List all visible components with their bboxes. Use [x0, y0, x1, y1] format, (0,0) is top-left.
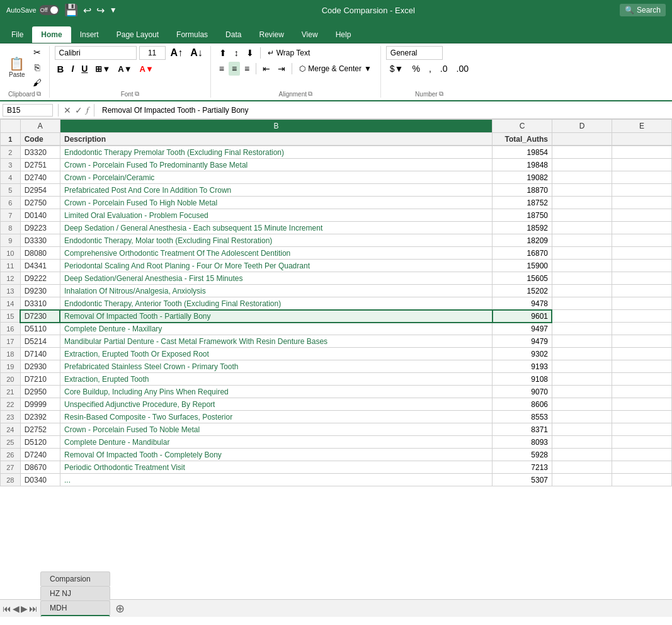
sheet-tab-comparsion[interactable]: Comparsion — [40, 571, 110, 586]
confirm-formula-icon[interactable]: ✓ — [75, 105, 83, 115]
cell-e-4[interactable] — [612, 171, 671, 184]
cell-a-13[interactable]: D9230 — [20, 285, 60, 297]
comma-button[interactable]: , — [425, 62, 435, 76]
dollar-button[interactable]: $▼ — [386, 62, 407, 76]
sheet-tab-mdh[interactable]: MDH — [40, 600, 110, 615]
clipboard-expand-icon[interactable]: ⧉ — [37, 90, 41, 98]
row-num-1[interactable]: 1 — [1, 133, 21, 146]
cell-b1[interactable]: Description — [60, 133, 492, 146]
add-sheet-button[interactable]: ⊕ — [111, 602, 128, 616]
cell-b-7[interactable]: Limited Oral Evaluation - Problem Focuse… — [60, 209, 492, 222]
cell-d-5[interactable] — [552, 184, 612, 197]
paste-button[interactable]: 📋 Paste — [5, 55, 29, 81]
cell-c-14[interactable]: 9478 — [493, 297, 552, 310]
row-num-24[interactable]: 24 — [1, 423, 21, 436]
tab-home[interactable]: Home — [32, 26, 71, 43]
row-num-18[interactable]: 18 — [1, 348, 21, 360]
cell-a-28[interactable]: D0340 — [20, 474, 60, 486]
cell-d-14[interactable] — [552, 297, 612, 310]
sheet-nav-last-icon[interactable]: ⏭ — [29, 604, 38, 614]
row-num-25[interactable]: 25 — [1, 436, 21, 449]
cell-c-10[interactable]: 16870 — [493, 247, 552, 260]
cell-c1[interactable]: Total_Auths — [493, 133, 552, 146]
border-button[interactable]: ⊞▼ — [93, 62, 113, 76]
sheet-nav-first-icon[interactable]: ⏮ — [3, 604, 11, 614]
cell-d-18[interactable] — [552, 348, 612, 360]
cell-d-4[interactable] — [552, 171, 612, 184]
cell-e-7[interactable] — [612, 209, 671, 222]
cell-e-15[interactable] — [612, 310, 671, 323]
font-name-input[interactable] — [55, 46, 137, 60]
cell-a-8[interactable]: D9223 — [20, 222, 60, 234]
cancel-formula-icon[interactable]: ✕ — [64, 105, 71, 115]
cell-b-27[interactable]: Periodic Orthodontic Treatment Visit — [60, 461, 492, 474]
cell-e-20[interactable] — [612, 373, 671, 386]
cell-d-9[interactable] — [552, 234, 612, 247]
fill-color-button[interactable]: A▼ — [115, 62, 134, 76]
cell-d-20[interactable] — [552, 373, 612, 386]
cell-b-11[interactable]: Periodontal Scaling And Root Planing - F… — [60, 260, 492, 272]
sheet-nav-prev-icon[interactable]: ◀ — [13, 604, 20, 614]
cell-e-2[interactable] — [612, 146, 671, 159]
cell-c-16[interactable]: 9497 — [493, 323, 552, 335]
row-num-13[interactable]: 13 — [1, 285, 21, 297]
cell-b-20[interactable]: Extraction, Erupted Tooth — [60, 373, 492, 386]
row-num-23[interactable]: 23 — [1, 411, 21, 423]
cell-d-22[interactable] — [552, 398, 612, 411]
sheet-nav[interactable]: ⏮ ◀ ▶ ⏭ — [3, 604, 38, 614]
cell-d-3[interactable] — [552, 159, 612, 171]
cell-c-13[interactable]: 15202 — [493, 285, 552, 297]
font-size-input[interactable] — [139, 46, 166, 60]
cell-c-26[interactable]: 5928 — [493, 449, 552, 461]
cell-d-7[interactable] — [552, 209, 612, 222]
cell-c-11[interactable]: 15900 — [493, 260, 552, 272]
tab-help[interactable]: Help — [327, 26, 360, 43]
align-right-button[interactable]: ≡ — [241, 62, 253, 76]
bold-button[interactable]: B — [55, 62, 67, 76]
cell-a-5[interactable]: D2954 — [20, 184, 60, 197]
cell-a-15[interactable]: D7230 — [20, 310, 60, 323]
cell-b-4[interactable]: Crown - Porcelain/Ceramic — [60, 171, 492, 184]
cell-a-23[interactable]: D2392 — [20, 411, 60, 423]
italic-button[interactable]: I — [69, 62, 76, 76]
row-num-5[interactable]: 5 — [1, 184, 21, 197]
cell-d-24[interactable] — [552, 423, 612, 436]
cell-a-11[interactable]: D4341 — [20, 260, 60, 272]
cell-a-21[interactable]: D2950 — [20, 386, 60, 398]
cell-c-24[interactable]: 8371 — [493, 423, 552, 436]
align-middle-button[interactable]: ↕ — [231, 46, 242, 60]
cell-c-7[interactable]: 18750 — [493, 209, 552, 222]
cell-b-25[interactable]: Complete Denture - Mandibular — [60, 436, 492, 449]
cell-c-15[interactable]: 9601 — [493, 310, 552, 323]
cell-e-11[interactable] — [612, 260, 671, 272]
tab-insert[interactable]: Insert — [71, 26, 108, 43]
cell-b-15[interactable]: Removal Of Impacted Tooth - Partially Bo… — [60, 310, 492, 323]
formula-input[interactable] — [100, 106, 669, 115]
col-header-a[interactable]: A — [20, 120, 60, 133]
cell-a1[interactable]: Code — [20, 133, 60, 146]
cell-d-16[interactable] — [552, 323, 612, 335]
cell-a-20[interactable]: D7210 — [20, 373, 60, 386]
cell-b-10[interactable]: Comprehensive Orthodontic Treatment Of T… — [60, 247, 492, 260]
cell-a-17[interactable]: D5214 — [20, 335, 60, 348]
row-num-8[interactable]: 8 — [1, 222, 21, 234]
cell-b-12[interactable]: Deep Sedation/General Anesthesia - First… — [60, 272, 492, 285]
cell-e-10[interactable] — [612, 247, 671, 260]
font-expand-icon[interactable]: ⧉ — [135, 90, 139, 98]
cell-b-16[interactable]: Complete Denture - Maxillary — [60, 323, 492, 335]
increase-indent-button[interactable]: ⇥ — [275, 62, 288, 76]
spreadsheet-container[interactable]: A B C D E 1 Code Description Total_Auths — [0, 119, 672, 599]
decrease-font-button[interactable]: A↓ — [188, 46, 205, 60]
row-num-22[interactable]: 22 — [1, 398, 21, 411]
sheet-tab-hz-nj[interactable]: HZ NJ — [40, 586, 110, 600]
cell-d-13[interactable] — [552, 285, 612, 297]
row-num-17[interactable]: 17 — [1, 335, 21, 348]
underline-button[interactable]: U — [79, 62, 90, 76]
row-num-9[interactable]: 9 — [1, 234, 21, 247]
row-num-11[interactable]: 11 — [1, 260, 21, 272]
cell-d1[interactable] — [552, 133, 612, 146]
cell-b-8[interactable]: Deep Sedation / General Anesthesia - Eac… — [60, 222, 492, 234]
cell-a-10[interactable]: D8080 — [20, 247, 60, 260]
search-area[interactable]: 🔍 Search — [620, 4, 666, 16]
cell-e-26[interactable] — [612, 449, 671, 461]
